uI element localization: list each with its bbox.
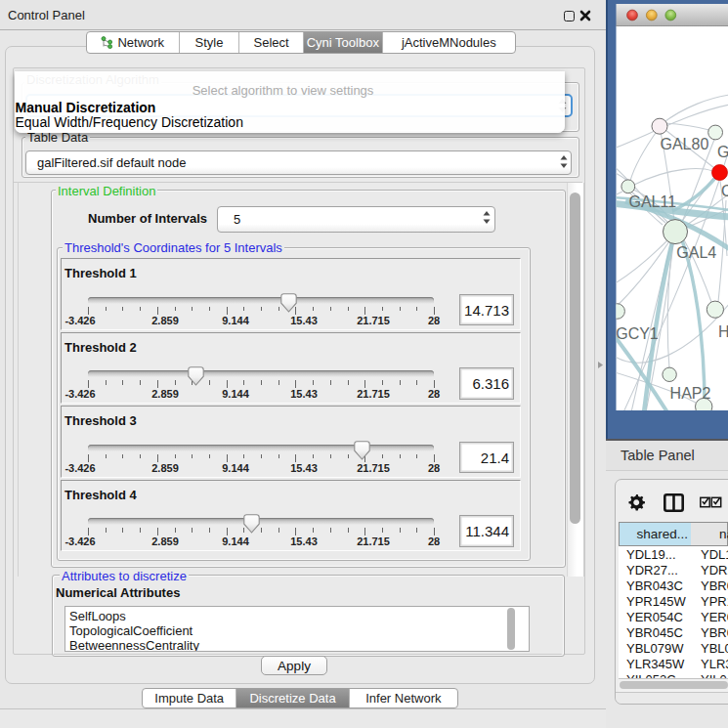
svg-text:HAP2: HAP2 (670, 385, 711, 402)
svg-text:HIS: HIS (718, 323, 728, 340)
svg-text:GAL4: GAL4 (676, 244, 716, 261)
svg-text:C: C (721, 183, 728, 199)
svg-text:GAL80: GAL80 (661, 136, 709, 152)
svg-text:GA: GA (717, 144, 728, 160)
svg-text:GCY1: GCY1 (616, 325, 659, 342)
svg-text:GAL11: GAL11 (629, 193, 677, 210)
